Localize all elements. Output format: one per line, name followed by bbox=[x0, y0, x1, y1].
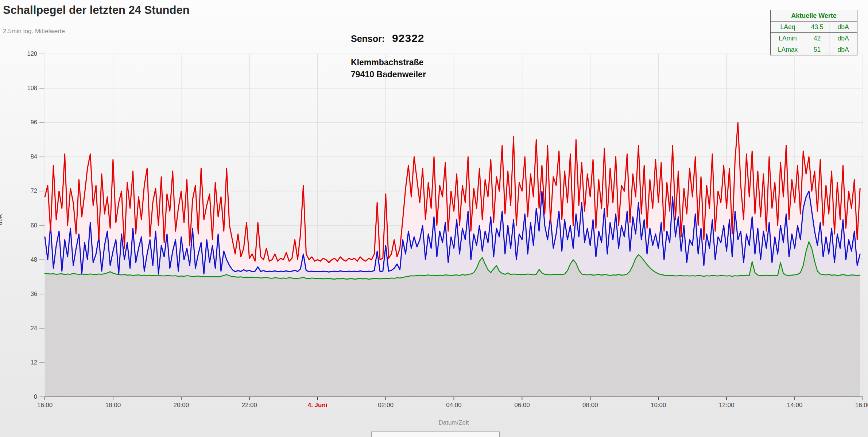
x-tick-label: 14:00 bbox=[775, 402, 815, 409]
x-tick-label: 4. Juni bbox=[298, 402, 338, 409]
x-tick-label: 16:00 bbox=[25, 402, 65, 409]
sound-level-chart bbox=[0, 0, 868, 437]
y-tick-label: 0 bbox=[11, 393, 37, 400]
y-tick-label: 120 bbox=[11, 50, 37, 57]
y-tick-label: 60 bbox=[11, 222, 37, 229]
x-tick-label: 16:00 bbox=[843, 402, 868, 409]
y-tick-label: 108 bbox=[11, 85, 37, 91]
x-tick-label: 22:00 bbox=[229, 402, 270, 409]
y-tick-label: 12 bbox=[11, 359, 37, 366]
x-tick-label: 20:00 bbox=[161, 402, 201, 409]
y-tick-label: 48 bbox=[11, 256, 37, 263]
x-tick-label: 02:00 bbox=[366, 402, 406, 409]
y-tick-label: 36 bbox=[11, 290, 37, 297]
y-tick-label: 24 bbox=[11, 325, 37, 332]
x-axis-title: Datum/Zeit bbox=[425, 419, 483, 426]
y-tick-label: 96 bbox=[11, 119, 37, 126]
y-tick-label: 72 bbox=[11, 187, 37, 194]
x-tick-label: 10:00 bbox=[638, 402, 678, 409]
x-tick-label: 12:00 bbox=[706, 402, 747, 409]
x-tick-label: 06:00 bbox=[502, 402, 542, 409]
x-tick-label: 18:00 bbox=[93, 402, 133, 409]
y-tick-label: 84 bbox=[11, 153, 37, 160]
x-tick-label: 08:00 bbox=[570, 402, 610, 409]
x-tick-label: 04:00 bbox=[434, 402, 474, 409]
legend-box-cutoff bbox=[371, 432, 500, 437]
y-axis-title: dbA bbox=[0, 214, 4, 225]
